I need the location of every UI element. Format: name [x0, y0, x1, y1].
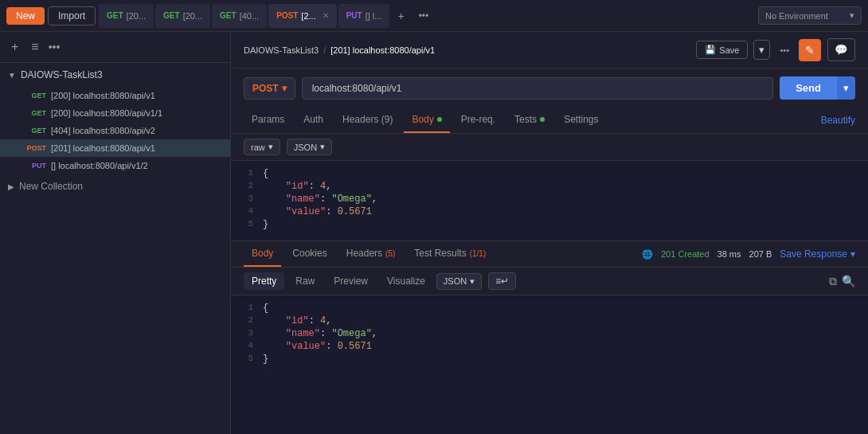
- resp-view-visualize[interactable]: Visualize: [379, 272, 433, 290]
- resp-code-line-3: 3 "name": "Omega",: [231, 327, 868, 340]
- response-body-editor: 1 { 2 "id": 4, 3 "name": "Omega",: [231, 295, 868, 372]
- collection-name: DAIOWS-TaskList3: [21, 69, 103, 80]
- breadcrumb: DAIOWS-TaskList3 / [201] localhost:8080/…: [231, 32, 868, 68]
- tab-tests[interactable]: Tests: [506, 108, 553, 133]
- method-get-2: GET: [163, 11, 180, 20]
- tab-headers[interactable]: Headers (9): [334, 108, 401, 133]
- resp-view-raw[interactable]: Raw: [287, 272, 323, 290]
- comment-button[interactable]: 💬: [827, 38, 855, 61]
- sidebar-method-put: PUT: [22, 162, 46, 170]
- tab-more-button[interactable]: •••: [412, 7, 436, 25]
- raw-format-selector[interactable]: raw ▾: [244, 139, 280, 155]
- tab-put[interactable]: PUT [] l...: [338, 4, 390, 28]
- tab-get-2[interactable]: GET [20...: [155, 4, 210, 28]
- collection-header[interactable]: ▼ DAIOWS-TaskList3: [0, 63, 230, 87]
- import-button[interactable]: Import: [48, 6, 96, 25]
- method-put: PUT: [346, 11, 362, 20]
- tab-close-icon[interactable]: ✕: [323, 11, 329, 20]
- request-tabs: Params Auth Headers (9) Body Pre-req. Te…: [231, 108, 868, 134]
- code-line-5: 5 }: [231, 218, 868, 231]
- breadcrumb-separator: /: [323, 45, 326, 55]
- raw-chevron-icon: ▾: [268, 142, 273, 152]
- tab-get-1[interactable]: GET [20...: [99, 4, 154, 28]
- resp-tab-headers[interactable]: Headers (5): [338, 241, 404, 267]
- response-size: 207 B: [749, 249, 772, 259]
- sidebar-add-button[interactable]: +: [8, 38, 22, 56]
- breadcrumb-more-button[interactable]: •••: [776, 42, 792, 58]
- json-chevron-icon: ▾: [320, 142, 325, 152]
- method-dropdown[interactable]: POST ▾: [244, 77, 295, 100]
- code-line-3: 3 "name": "Omega",: [231, 193, 868, 205]
- save-icon: 💾: [705, 45, 716, 55]
- env-selector[interactable]: No Environment ▾: [758, 6, 862, 25]
- breadcrumb-collection: DAIOWS-TaskList3: [244, 45, 319, 55]
- sidebar-item-post-201[interactable]: POST [201] localhost:8080/api/v1: [0, 139, 230, 157]
- sidebar-item-get-404-v2[interactable]: GET [404] localhost:8080/api/v2: [0, 122, 230, 139]
- resp-tab-body[interactable]: Body: [244, 241, 281, 267]
- tab-auth[interactable]: Auth: [295, 108, 331, 133]
- send-dropdown-button[interactable]: ▾: [837, 76, 855, 100]
- sidebar-filter-button[interactable]: ≡: [28, 38, 41, 56]
- request-body-editor[interactable]: 1 { 2 "id": 4, 3 "name": "Omega", 4 "va: [231, 161, 868, 240]
- code-line-4: 4 "value": 0.5671: [231, 205, 868, 218]
- tab-post-active[interactable]: POST [2... ✕: [268, 4, 337, 28]
- sidebar-item-get-200-v1-1[interactable]: GET [200] localhost:8080/api/v1/1: [0, 104, 230, 122]
- url-bar: POST ▾ Send ▾: [231, 68, 868, 108]
- resp-view-preview[interactable]: Preview: [326, 272, 376, 290]
- main-layout: + ≡ ••• ▼ DAIOWS-TaskList3 GET [200] loc…: [0, 32, 868, 434]
- sidebar-more-button[interactable]: •••: [49, 41, 61, 53]
- json-format-selector[interactable]: JSON ▾: [287, 139, 332, 155]
- sidebar-method-get-2: GET: [22, 109, 46, 117]
- resp-tab-cookies[interactable]: Cookies: [284, 241, 334, 267]
- copy-response-button[interactable]: ⧉: [829, 275, 837, 288]
- breadcrumb-actions: 💾 Save ▾ ••• ✎ 💬: [696, 38, 855, 61]
- url-input[interactable]: [302, 77, 774, 100]
- sidebar-item-put[interactable]: PUT [] localhost:8080/api/v1/2: [0, 157, 230, 174]
- sidebar: + ≡ ••• ▼ DAIOWS-TaskList3 GET [200] loc…: [0, 32, 231, 434]
- sidebar-item-get-200-v1[interactable]: GET [200] localhost:8080/api/v1: [0, 87, 230, 104]
- body-editor-toolbar: raw ▾ JSON ▾: [231, 134, 868, 161]
- method-post-active: POST: [276, 11, 298, 20]
- response-json-selector[interactable]: JSON ▾: [436, 273, 482, 290]
- tab-label-1: [20...: [127, 11, 146, 21]
- body-dot-indicator: [437, 117, 442, 122]
- sidebar-method-post: POST: [22, 144, 46, 152]
- new-button[interactable]: New: [6, 7, 45, 25]
- sidebar-url-2: [200] localhost:8080/api/v1/1: [51, 108, 162, 118]
- sidebar-url-4: [201] localhost:8080/api/v1: [51, 143, 155, 153]
- new-collection-label: New Collection: [19, 181, 83, 192]
- request-panel: DAIOWS-TaskList3 / [201] localhost:8080/…: [231, 32, 868, 434]
- tab-body[interactable]: Body: [404, 108, 449, 133]
- save-response-button[interactable]: Save Response ▾: [780, 248, 855, 260]
- tab-label-2: [20...: [183, 11, 202, 21]
- send-button-group: Send ▾: [780, 76, 855, 100]
- tab-prereq[interactable]: Pre-req.: [453, 108, 503, 133]
- send-button[interactable]: Send: [780, 76, 837, 100]
- response-panel: Body Cookies Headers (5) Test Results (1…: [231, 240, 868, 372]
- save-dropdown-button[interactable]: ▾: [753, 40, 770, 60]
- method-chevron-icon: ▾: [282, 83, 287, 94]
- code-line-1: 1 {: [231, 167, 868, 180]
- tab-settings[interactable]: Settings: [556, 108, 606, 133]
- sidebar-method-get-3: GET: [22, 127, 46, 135]
- response-time: 38 ms: [717, 249, 741, 259]
- tab-get-3[interactable]: GET [40...: [212, 4, 267, 28]
- save-button[interactable]: 💾 Save: [696, 41, 748, 59]
- resp-code-line-1: 1 {: [231, 302, 868, 315]
- breadcrumb-current: [201] localhost:8080/api/v1: [330, 45, 435, 55]
- tab-add-button[interactable]: +: [391, 6, 410, 25]
- wrap-text-button[interactable]: ≡↵: [488, 272, 516, 290]
- resp-tab-test-results[interactable]: Test Results (1/1): [406, 241, 494, 267]
- edit-button[interactable]: ✎: [799, 39, 821, 61]
- search-response-button[interactable]: 🔍: [842, 275, 855, 288]
- new-collection-item[interactable]: ▶ New Collection: [0, 174, 230, 198]
- tab-label-3: [40...: [240, 11, 259, 21]
- beautify-button[interactable]: Beautify: [821, 115, 855, 126]
- env-chevron-icon: ▾: [850, 10, 854, 21]
- resp-view-pretty[interactable]: Pretty: [244, 272, 284, 290]
- response-actions: ⧉ 🔍: [829, 275, 855, 288]
- sidebar-url-3: [404] localhost:8080/api/v2: [51, 126, 155, 135]
- resp-code-line-5: 5 }: [231, 353, 868, 366]
- tab-params[interactable]: Params: [244, 108, 292, 133]
- collection-arrow-icon: ▼: [8, 71, 16, 80]
